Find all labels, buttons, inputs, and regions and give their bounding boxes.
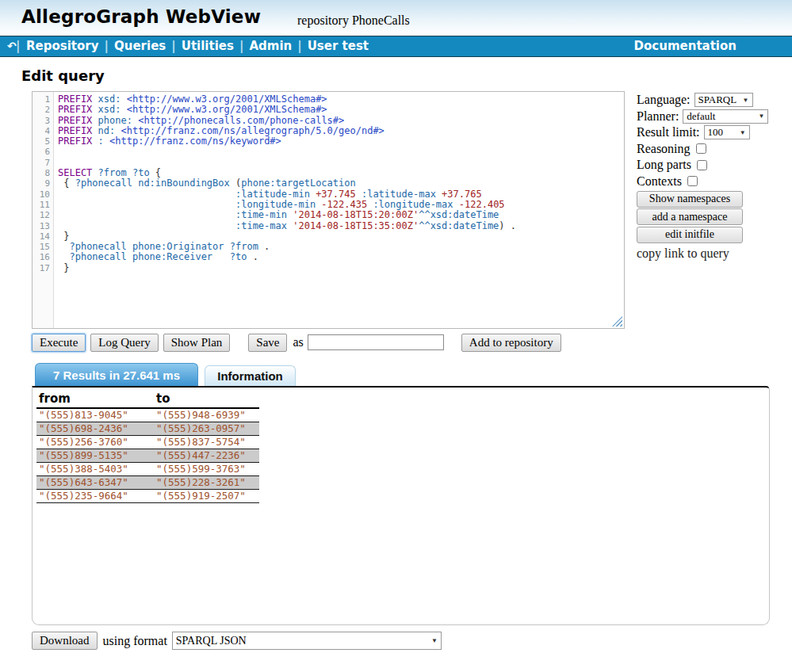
page: AllegroGraph WebView repository PhoneCal… [0,0,792,672]
planner-select[interactable]: default ▼ [683,109,768,124]
execute-button[interactable]: Execute [32,334,86,352]
code-line: PREFIX : <http://franz.com/ns/keyword#> [58,136,624,147]
table-cell: "(555)228-3261" [154,476,259,489]
table-cell: "(555)599-3763" [154,463,259,475]
nav-item-utilities[interactable]: Utilities [182,39,234,53]
code-line: } [58,231,624,242]
line-number: 14 [33,231,50,242]
line-number: 17 [33,263,50,273]
save-button[interactable]: Save [248,334,287,352]
reasoning-checkbox[interactable] [696,143,706,154]
add-to-repository-button[interactable]: Add to repository [461,334,561,352]
line-number: 11 [33,200,50,210]
code-line: ?phonecall phone:Receiver ?to . [58,252,624,262]
reasoning-row: Reasoning [637,141,770,158]
repository-label: repository PhoneCalls [297,13,410,28]
line-number: 1 [33,94,50,105]
query-editor[interactable]: 1234567891011121314151617 PREFIX xsd: <h… [32,91,625,329]
download-format-value: SPARQL JSON [176,635,247,647]
line-number: 4 [33,126,50,136]
language-select[interactable]: SPARQL ▼ [694,93,753,107]
code-line: } [58,263,624,273]
download-button[interactable]: Download [32,632,98,650]
code-line: :longitude-min -122.435 :longitude-max -… [58,200,624,210]
save-name-input[interactable] [308,334,444,350]
tab-results[interactable]: 7 Results in 27.641 ms [35,363,198,386]
code-line: :latitude-min +37.745 :latitude-max +37.… [58,189,624,200]
editor-code[interactable]: PREFIX xsd: <http://www.w3.org/2001/XMLS… [54,92,624,328]
line-number: 12 [33,210,50,220]
show-namespaces-button[interactable]: Show namespaces [637,191,743,208]
chevron-down-icon: ▼ [743,97,749,104]
table-cell: "(555)256-3760" [36,436,154,449]
language-row: Language: SPARQL ▼ [637,92,770,109]
nav-item-user-test[interactable]: User test [308,39,369,53]
column-header-from: from [36,391,154,407]
editor-line-numbers: 1234567891011121314151617 [33,92,54,328]
table-cell: "(555)948-6939" [154,409,259,422]
contexts-row: Contexts [637,174,770,190]
nav-item-documentation[interactable]: Documentation [634,36,737,56]
planner-row: Planner: default ▼ [637,109,770,125]
line-number: 16 [33,252,50,262]
chevron-down-icon: ▼ [740,129,746,136]
planner-label: Planner: [637,109,679,124]
copy-link-to-query[interactable]: copy link to query [637,246,770,261]
table-row: "(555)388-5403""(555)599-3763" [36,463,259,476]
app-title: AllegroGraph WebView [21,6,261,27]
tab-information[interactable]: Information [205,365,296,386]
table-row: "(555)698-2436""(555)263-0957" [36,422,259,436]
table-row: "(555)256-3760""(555)837-5754" [36,436,259,449]
planner-value: default [687,110,715,123]
table-cell: "(555)837-5754" [154,436,259,449]
nav-separator: | [16,36,20,56]
result-limit-row: Result limit: 100 ▼ [637,124,770,141]
show-plan-button[interactable]: Show Plan [163,334,231,352]
table-cell: "(555)263-0957" [154,422,259,435]
nav-item-repository[interactable]: Repository [26,39,99,53]
page-title: Edit query [21,67,105,84]
table-cell: "(555)919-2507" [154,490,259,502]
contexts-label: Contexts [637,174,682,189]
table-row: "(555)813-9045""(555)948-6939" [36,409,259,422]
log-query-button[interactable]: Log Query [90,334,158,352]
language-value: SPARQL [698,94,737,106]
line-number: 3 [33,116,50,126]
contexts-checkbox[interactable] [687,176,698,186]
table-cell: "(555)235-9664" [36,490,154,502]
code-line: { ?phonecall nd:inBoundingBox (phone:tar… [58,178,624,189]
code-line: SELECT ?from ?to { [58,168,624,178]
code-line [58,158,624,168]
nav-items: Repository|Queries|Utilities|Admin|User … [26,36,369,56]
results-table: fromto "(555)813-9045""(555)948-6939""(5… [36,391,259,503]
code-line: PREFIX xsd: <http://www.w3.org/2001/XMLS… [58,105,624,115]
line-number: 8 [33,168,50,178]
nav-item-queries[interactable]: Queries [114,39,166,53]
result-limit-value: 100 [708,126,724,139]
save-as-label: as [293,335,303,349]
back-arrow-icon[interactable]: ↶ [7,36,17,56]
add-namespace-button[interactable]: add a namespace [637,208,743,225]
download-format-select[interactable]: SPARQL JSON ▼ [172,632,442,650]
result-limit-select[interactable]: 100 ▼ [704,125,750,139]
query-actions: Execute Log Query Show Plan Save as Add … [32,333,566,352]
nav-item-admin[interactable]: Admin [249,39,292,53]
code-line: :time-min '2014-08-18T15:20:00Z'^^xsd:da… [58,210,624,220]
edit-initfile-button[interactable]: edit initfile [637,227,743,243]
line-number: 9 [33,178,50,189]
download-row: Download using format SPARQL JSON ▼ [32,632,442,650]
query-options: Language: SPARQL ▼ Planner: default ▼ Re… [637,92,770,261]
nav-separator: | [292,39,307,53]
table-row: "(555)899-5135""(555)447-2236" [36,449,259,463]
long-parts-row: Long parts [637,157,770,174]
long-parts-checkbox[interactable] [697,160,707,170]
chevron-down-icon: ▼ [431,637,438,644]
line-number: 15 [33,242,50,252]
line-number: 6 [33,147,50,157]
line-number: 7 [33,158,50,168]
table-cell: "(555)899-5135" [36,449,154,462]
nav-separator: | [234,39,249,53]
table-cell: "(555)643-6347" [36,476,154,489]
table-row: "(555)643-6347""(555)228-3261" [36,476,259,490]
line-number: 10 [33,189,50,200]
